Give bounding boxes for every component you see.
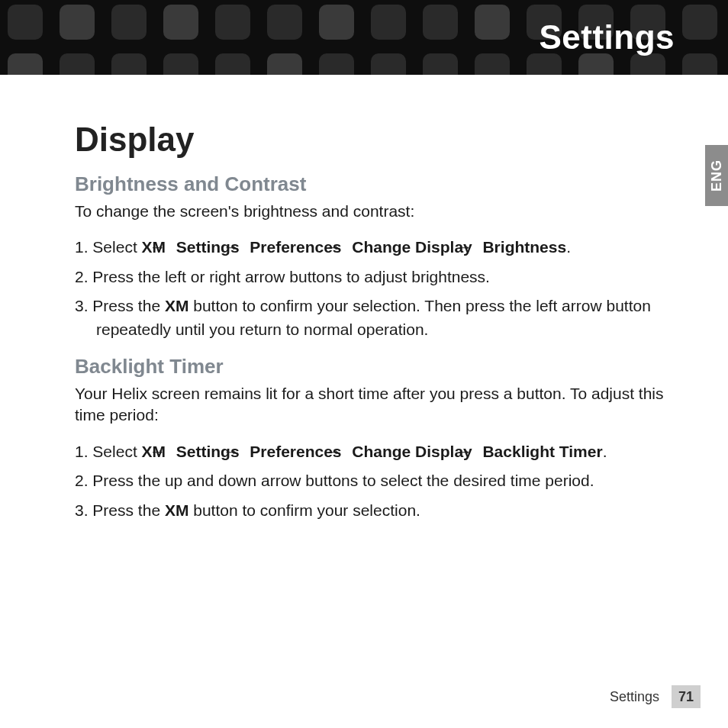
section-heading-backlight: Backlight Timer bbox=[75, 355, 682, 378]
arrow-icon: → bbox=[346, 440, 347, 463]
nav-brightness: Brightness bbox=[482, 238, 566, 256]
section2-step-2: Press the up and down arrow buttons to s… bbox=[75, 469, 682, 492]
section2-step-1: Select XM → Settings → Preferences → Cha… bbox=[75, 440, 682, 463]
section1-step-3: Press the XM button to confirm your sele… bbox=[75, 295, 682, 341]
xm-button-ref: XM bbox=[165, 501, 189, 519]
nav-backlight-timer: Backlight Timer bbox=[482, 443, 602, 460]
arrow-icon: → bbox=[477, 440, 478, 463]
section1-step-2: Press the left or right arrow buttons to… bbox=[75, 266, 682, 288]
language-tab-eng: ENG bbox=[705, 145, 728, 206]
section2-step-3: Press the XM button to confirm your sele… bbox=[75, 499, 682, 522]
nav-change-display: Change Display bbox=[352, 443, 472, 460]
footer-section-label: Settings bbox=[610, 689, 659, 705]
page-number: 71 bbox=[672, 685, 701, 708]
arrow-icon: → bbox=[243, 440, 245, 463]
arrow-icon: → bbox=[243, 236, 245, 259]
step-text: Press the bbox=[92, 297, 165, 314]
section1-steps: Select XM → Settings → Preferences → Cha… bbox=[75, 236, 682, 341]
step-text: button to confirm your selection. bbox=[188, 501, 420, 519]
page-footer: Settings 71 bbox=[610, 685, 701, 708]
step-text: Select bbox=[92, 443, 141, 460]
section2-lead: Your Helix screen remains lit for a shor… bbox=[75, 383, 682, 427]
header-band: Settings bbox=[0, 0, 728, 75]
arrow-icon: → bbox=[477, 236, 478, 259]
arrow-icon: → bbox=[170, 236, 172, 259]
header-title: Settings bbox=[539, 18, 675, 56]
section-heading-brightness: Brightness and Contrast bbox=[75, 172, 682, 196]
page-content: Display Brightness and Contrast To chang… bbox=[0, 75, 728, 522]
arrow-icon: → bbox=[346, 236, 347, 259]
page-title: Display bbox=[75, 121, 682, 159]
xm-button-ref: XM bbox=[165, 297, 189, 314]
section1-lead: To change the screen's brightness and co… bbox=[75, 201, 682, 222]
section2-steps: Select XM → Settings → Preferences → Cha… bbox=[75, 440, 682, 522]
nav-change-display: Change Display bbox=[352, 238, 472, 256]
step-text: Select bbox=[92, 238, 141, 256]
arrow-icon: → bbox=[170, 440, 172, 463]
section1-step-1: Select XM → Settings → Preferences → Cha… bbox=[75, 236, 682, 259]
step-text: Press the bbox=[92, 501, 165, 519]
